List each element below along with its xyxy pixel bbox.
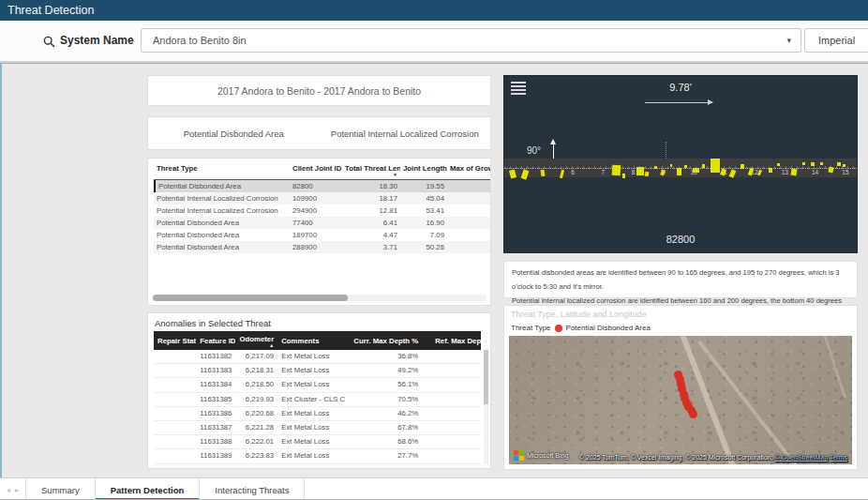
column-header[interactable]: Odometer▲	[235, 335, 277, 347]
anomaly-marker	[769, 168, 772, 173]
page-title: Threat Detection	[7, 4, 94, 17]
anomaly-table-row[interactable]: 116313846,218.50Ext Metal Loss56.1%	[154, 378, 481, 392]
microsoft-logo-icon	[514, 450, 524, 461]
anomaly-marker	[777, 163, 780, 166]
table-cell: Ext Metal Loss	[277, 364, 350, 377]
length-arrow-icon	[645, 102, 712, 103]
chevron-down-icon[interactable]: ▾	[786, 29, 791, 52]
column-header[interactable]: Feature ID	[196, 337, 235, 345]
anomaly-table-row[interactable]: 116313896,223.83Ext Metal Loss27.7%	[154, 449, 481, 463]
map-track	[813, 336, 847, 398]
table-cell: 294900	[290, 205, 342, 217]
anomaly-marker	[636, 167, 644, 175]
anomaly-table-row[interactable]: 116313906,224.11Ext Cluster - CLS C52.4%	[154, 464, 481, 470]
system-name-dropdown[interactable]: Andora to Benito 8in ▾	[141, 28, 801, 53]
table-cell: Potential Disbonded Area	[156, 180, 290, 192]
map-legend: Threat Type Potential Disbonded Area	[511, 324, 651, 332]
threat-table-header: Threat TypeClient Joint IDTotal Threat L…	[154, 164, 491, 180]
threat-length-label: 9.78'	[504, 82, 857, 93]
column-header[interactable]: Client Joint ID	[290, 164, 342, 178]
column-header[interactable]: Repair Status	[154, 337, 196, 345]
ruler-tick-label: 8	[632, 169, 636, 175]
anomaly-marker	[811, 162, 815, 166]
column-header[interactable]: Comments	[277, 337, 350, 345]
anomaly-marker	[711, 159, 720, 173]
table-cell	[154, 393, 196, 406]
table-cell	[431, 435, 481, 448]
unit-selector[interactable]: Imperial	[804, 28, 868, 53]
threat-detection-app: Threat Detection System Name Andora to B…	[0, 0, 868, 500]
table-cell: 11631385	[196, 393, 235, 406]
system-name-label: System Name	[60, 34, 134, 47]
pipe-visualization-card: 9.78' 90° 456789101112131415 82800	[503, 75, 858, 253]
button-potential-internal-localized-corrosion[interactable]: Potential Internal Localized Corrosion	[320, 129, 491, 139]
threat-table-row[interactable]: Potential Disbonded Area8280018.3019.550…	[154, 180, 491, 192]
tab-pattern-detection[interactable]: Pattern Detection	[96, 478, 201, 500]
table-cell	[431, 350, 481, 363]
table-cell: Ext Metal Loss	[277, 449, 350, 462]
table-cell: 56.1%	[350, 378, 431, 391]
openstreetmap-link[interactable]: © OpenStreetMap	[775, 454, 829, 461]
table-cell: 0.00%	[447, 180, 491, 192]
threat-table-row[interactable]: Potential Internal Localized Corrosion10…	[154, 192, 491, 205]
table-cell: 11631384	[196, 378, 235, 391]
table-cell: Ext Metal Loss	[277, 350, 350, 363]
threat-table-row[interactable]: Potential Disbonded Area1897004.477.090.…	[154, 229, 491, 241]
legend-color-dot	[555, 325, 562, 332]
satellite-map[interactable]: Microsoft Bing © 2025 TomTom, © Vexcel I…	[509, 336, 852, 464]
table-cell: Ext Metal Loss	[277, 421, 350, 434]
anomaly-table-row[interactable]: 116313826,217.09Ext Metal Loss36.8%	[154, 350, 481, 364]
vertical-scrollbar-thumb[interactable]	[484, 350, 488, 404]
anomaly-table-row[interactable]: 116313886,222.01Ext Metal Loss68.6%	[154, 435, 481, 449]
anomaly-marker	[684, 165, 687, 168]
vertical-scrollbar[interactable]	[484, 350, 488, 464]
column-header[interactable]: Threat Type	[154, 164, 290, 178]
tab-interacting-threats[interactable]: Interacting Threats	[200, 478, 305, 500]
horizontal-scrollbar[interactable]	[153, 295, 486, 301]
table-cell: 109900	[290, 192, 342, 205]
map-threat-dot[interactable]	[689, 410, 697, 418]
table-cell	[431, 378, 481, 391]
tab-nav: ◂ ▸	[0, 478, 26, 500]
legend-label: Threat Type	[511, 324, 551, 332]
table-cell: 11631387	[196, 421, 235, 434]
horizontal-scrollbar-thumb[interactable]	[153, 295, 348, 301]
search-icon	[43, 35, 55, 52]
threat-table-row[interactable]: Potential Disbonded Area774006.4116.900.…	[154, 217, 491, 229]
column-header[interactable]: Ref. Max Depth %	[431, 337, 481, 345]
table-cell: 3.71	[342, 241, 400, 253]
table-cell: Potential Disbonded Area	[154, 217, 290, 229]
anomaly-table-row[interactable]: 116313836,218.31Ext Metal Loss49.2%	[154, 364, 481, 378]
filter-bar: System Name Andora to Benito 8in ▾ Imper…	[0, 21, 868, 63]
column-header[interactable]: Curr. Max Depth %	[350, 337, 431, 345]
table-cell: 4.47	[342, 229, 400, 241]
anomaly-table-row[interactable]: 116313866,220.68Ext Metal Loss46.2%	[154, 407, 481, 421]
threat-table: Threat TypeClient Joint IDTotal Threat L…	[154, 164, 491, 253]
tab-nav-next-icon[interactable]: ▸	[15, 486, 19, 494]
table-cell: 6,224.11	[235, 464, 277, 470]
anomaly-table-row[interactable]: 116313876,221.28Ext Metal Loss67.8%	[154, 421, 481, 435]
ruler-tick-label: 15	[842, 169, 848, 175]
table-cell: 6,220.68	[235, 407, 277, 420]
column-header[interactable]: Joint Length	[400, 164, 447, 178]
tab-summary[interactable]: Summary	[26, 478, 96, 500]
description-card: Potential disbonded areas are identified…	[503, 261, 858, 298]
terms-link[interactable]: Terms	[830, 454, 847, 461]
table-cell: 288900	[290, 241, 342, 253]
anomaly-table-row[interactable]: 116313856,219.93Ext Cluster - CLS C70.5%	[154, 393, 481, 407]
tab-nav-prev-icon[interactable]: ◂	[7, 486, 10, 494]
bing-logo: Microsoft Bing	[514, 450, 568, 461]
threat-table-row[interactable]: Potential Disbonded Area2889003.7150.260…	[154, 241, 491, 253]
button-potential-disbonded-area[interactable]: Potential Disbonded Area	[148, 129, 320, 139]
column-header[interactable]: Max of Growth Rate (Per Year)	[447, 164, 491, 178]
threat-table-row[interactable]: Potential Internal Localized Corrosion29…	[154, 205, 491, 217]
map-title: Threat Type, Latitude and Longitude	[511, 310, 646, 319]
column-header[interactable]: Total Threat Length▼	[342, 164, 400, 178]
anomalies-table: Repair StatusFeature IDOdometer▲Comments…	[154, 331, 481, 469]
table-cell: 27.7%	[350, 449, 431, 462]
table-cell: 6,217.09	[235, 350, 277, 363]
system-title-card: 2017 Andora to Benito - 2017 Andora to B…	[147, 75, 491, 106]
table-cell: 46.2%	[350, 407, 431, 420]
anomaly-marker	[702, 164, 705, 168]
table-cell: 11631386	[196, 407, 235, 420]
